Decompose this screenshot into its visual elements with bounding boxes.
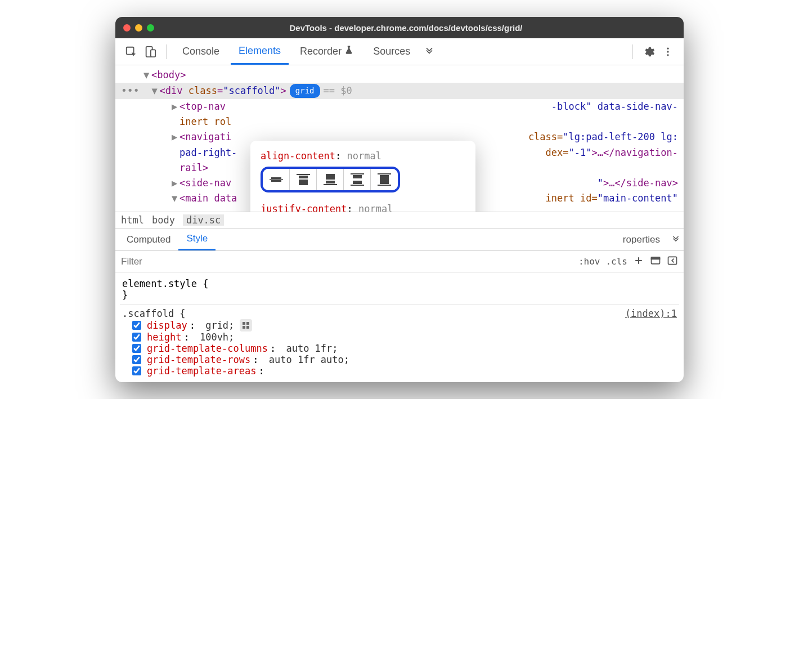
align-content-row: align-content: normal <box>261 149 465 192</box>
tab-elements[interactable]: Elements <box>231 38 289 65</box>
expand-icon[interactable]: ▶ <box>172 99 179 114</box>
dom-node[interactable]: <body> <box>151 68 186 83</box>
more-tabs-icon[interactable] <box>668 232 684 248</box>
expand-icon[interactable]: ▶ <box>172 176 179 191</box>
expand-icon[interactable]: ▼ <box>172 191 179 206</box>
styles-panel-tabs: Computed Style roperties <box>115 229 684 251</box>
decl-toggle[interactable] <box>132 333 141 342</box>
svg-rect-10 <box>299 176 308 178</box>
close-icon[interactable] <box>123 24 131 32</box>
tab-recorder[interactable]: Recorder <box>292 38 362 65</box>
rule-selector: element.style { <box>122 278 677 289</box>
flex-grid-editor-popover: align-content: normal justify-content: n… <box>250 141 475 212</box>
svg-rect-16 <box>353 175 362 178</box>
breadcrumb: html body div.sc <box>115 212 684 229</box>
filter-input[interactable] <box>115 253 578 271</box>
device-icon[interactable] <box>142 44 158 60</box>
styles-rules: element.style { } .scaffold { (index):1 … <box>115 272 684 382</box>
align-content-space-between[interactable] <box>344 169 371 190</box>
zoom-icon[interactable] <box>147 24 154 32</box>
decl-toggle[interactable] <box>132 321 141 330</box>
css-declaration[interactable]: grid-template-areas: <box>122 365 677 377</box>
decl-toggle[interactable] <box>132 366 141 375</box>
hov-toggle[interactable]: :hov <box>578 256 600 267</box>
tab-sources[interactable]: Sources <box>365 38 418 65</box>
svg-rect-87 <box>243 322 245 325</box>
svg-rect-85 <box>652 257 660 259</box>
svg-rect-88 <box>246 322 249 325</box>
scaffold-rule[interactable]: .scaffold { (index):1 display: grid; hei… <box>120 304 679 380</box>
decl-value[interactable]: auto 1fr auto; <box>269 354 349 365</box>
more-tabs-icon[interactable] <box>421 44 437 60</box>
css-declaration[interactable]: grid-template-columns: auto 1fr; <box>122 343 677 354</box>
svg-rect-6 <box>271 177 281 179</box>
svg-rect-17 <box>353 181 362 184</box>
decl-prop[interactable]: grid-template-columns <box>147 343 268 354</box>
traffic-lights <box>123 24 154 32</box>
rule-selector[interactable]: .scaffold { <box>122 308 186 319</box>
align-content-end[interactable] <box>317 169 344 190</box>
decl-prop[interactable]: display <box>147 320 187 331</box>
tab-properties[interactable]: roperties <box>615 229 668 250</box>
css-declaration[interactable]: display: grid; <box>122 319 677 331</box>
svg-rect-20 <box>380 175 389 184</box>
svg-rect-12 <box>326 174 335 180</box>
computed-reveal-icon[interactable] <box>650 255 661 268</box>
decl-prop[interactable]: grid-template-rows <box>147 354 250 365</box>
align-content-center[interactable] <box>263 169 290 190</box>
svg-rect-89 <box>243 326 245 329</box>
minimize-icon[interactable] <box>135 24 142 32</box>
tab-computed[interactable]: Computed <box>119 229 178 250</box>
decl-value[interactable]: 100vh; <box>200 331 234 343</box>
dom-tree[interactable]: ▼ <body> ••• ▼ <div class="scaffold"> gr… <box>115 65 684 212</box>
expand-icon[interactable]: ▼ <box>143 68 151 83</box>
grid-badge[interactable]: grid <box>290 84 320 97</box>
align-content-options <box>261 167 400 192</box>
decl-prop[interactable]: height <box>147 331 181 343</box>
tab-recorder-label: Recorder <box>300 46 342 57</box>
breadcrumb-body[interactable]: body <box>152 214 175 226</box>
decl-value[interactable]: grid; <box>205 320 234 331</box>
rule-close: } <box>122 289 677 301</box>
decl-prop[interactable]: grid-template-areas <box>147 365 256 377</box>
svg-rect-13 <box>326 181 335 183</box>
justify-content-row: justify-content: normal <box>261 201 465 212</box>
expand-icon[interactable]: ▶ <box>172 129 179 145</box>
kebab-menu-icon[interactable] <box>660 44 676 60</box>
css-declaration[interactable]: grid-template-rows: auto 1fr auto; <box>122 354 677 365</box>
dom-selected-node[interactable]: ••• ▼ <div class="scaffold"> grid == $0 <box>115 83 684 99</box>
ellipsis-icon[interactable]: ••• <box>121 83 140 99</box>
decl-toggle[interactable] <box>132 344 141 353</box>
align-content-stretch[interactable] <box>371 169 398 190</box>
grid-editor-icon[interactable] <box>240 319 252 331</box>
breadcrumb-selected[interactable]: div.sc <box>183 214 224 226</box>
expand-icon[interactable]: ▼ <box>152 83 160 98</box>
element-style-rule[interactable]: element.style { } <box>120 275 679 304</box>
decl-value[interactable]: auto 1fr; <box>286 343 338 354</box>
decl-toggle[interactable] <box>132 355 141 364</box>
titlebar: DevTools - developer.chrome.com/docs/dev… <box>115 17 684 38</box>
svg-rect-2 <box>151 50 155 57</box>
svg-rect-7 <box>271 180 281 182</box>
align-content-start[interactable] <box>290 169 317 190</box>
panel-tabs: Console Elements Recorder Sources <box>115 38 684 65</box>
selection-marker: == $0 <box>324 83 352 98</box>
window-title: DevTools - developer.chrome.com/docs/dev… <box>170 23 676 33</box>
tab-console[interactable]: Console <box>174 38 227 65</box>
devtools-window: DevTools - developer.chrome.com/docs/dev… <box>115 17 684 382</box>
settings-icon[interactable] <box>641 44 657 60</box>
sidebar-toggle-icon[interactable] <box>667 255 678 268</box>
tab-styles[interactable]: Style <box>178 229 216 250</box>
cls-toggle[interactable]: .cls <box>605 256 627 267</box>
new-rule-icon[interactable] <box>633 255 644 268</box>
inspect-icon[interactable] <box>123 44 139 60</box>
rule-source-link[interactable]: (index):1 <box>625 308 677 319</box>
svg-rect-90 <box>246 326 249 329</box>
styles-filter-bar: :hov .cls <box>115 251 684 272</box>
svg-rect-11 <box>299 180 308 185</box>
css-declaration[interactable]: height: 100vh; <box>122 331 677 343</box>
breadcrumb-html[interactable]: html <box>121 214 144 226</box>
svg-point-5 <box>667 54 668 56</box>
svg-point-4 <box>667 51 668 52</box>
flask-icon <box>344 45 354 58</box>
